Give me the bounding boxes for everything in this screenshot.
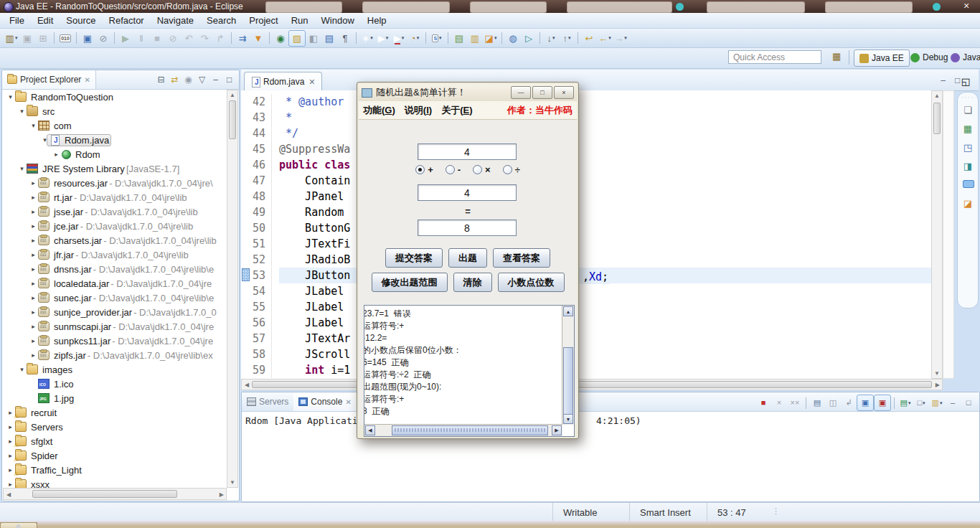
radio-minus[interactable]: -: [446, 164, 461, 175]
open-console-button[interactable]: ▣: [80, 31, 95, 46]
disconnect-button[interactable]: ⊘: [165, 31, 181, 46]
binary-literals-button[interactable]: 010: [57, 31, 73, 46]
line-number[interactable]: 56: [241, 316, 271, 329]
tree-expander-icon[interactable]: ▸: [29, 208, 38, 215]
tree-item-src[interactable]: ▾ src: [3, 104, 227, 118]
clear-button[interactable]: 清除: [453, 273, 492, 292]
back-button[interactable]: ← ▾: [597, 31, 613, 46]
scrollbar-thumb[interactable]: [32, 490, 177, 498]
previous-annotation-button[interactable]: ↑ ▾: [559, 31, 575, 46]
tree-expander-icon[interactable]: ▸: [29, 294, 38, 301]
tree-item-charsets-jar[interactable]: ▸ charsets.jar - D:\Java\jdk1.7.0_04\jre…: [3, 233, 227, 248]
scrollbar-thumb[interactable]: [392, 425, 548, 435]
line-number[interactable]: 44: [241, 127, 271, 140]
web-service-button[interactable]: S ▾: [429, 31, 445, 46]
radio-plus[interactable]: +: [415, 164, 433, 175]
tree-expander-icon[interactable]: ▸: [6, 423, 15, 430]
breakpoints-button[interactable]: ▼: [250, 31, 266, 46]
display-console-icon[interactable]: □ ▾: [913, 395, 929, 410]
menu-item-project[interactable]: Project: [242, 14, 284, 27]
run-button[interactable]: ▶ ▾: [375, 31, 391, 46]
editor-vertical-scrollbar[interactable]: ▲ ▼: [931, 90, 943, 379]
line-number[interactable]: 50: [241, 222, 271, 235]
operand1-field[interactable]: [418, 143, 517, 160]
external-tools-button[interactable]: ◔ ▾: [407, 31, 423, 46]
change-range-button[interactable]: 修改出题范围: [372, 273, 448, 292]
radio-divide[interactable]: ÷: [503, 164, 520, 175]
tree-item-servers[interactable]: ▸ Servers: [3, 420, 227, 434]
tree-item-images[interactable]: ▾ images: [3, 362, 227, 377]
menu-item-window[interactable]: Window: [315, 14, 361, 27]
menu-item-search[interactable]: Search: [200, 14, 242, 27]
tree-item-randomtoquestion[interactable]: ▾ RandomToQuestion: [3, 90, 227, 104]
tree-item-resources-jar[interactable]: ▸ resources.jar - D:\Java\jdk1.7.0_04\jr…: [3, 176, 227, 190]
line-number[interactable]: 59: [241, 364, 271, 377]
tree-expander-icon[interactable]: ▸: [29, 308, 38, 316]
taskbar-button[interactable]: [0, 522, 37, 528]
close-icon[interactable]: ✕: [84, 76, 90, 84]
perspective-java[interactable]: Java: [946, 50, 980, 65]
skip-breakpoints-button[interactable]: ⇉: [235, 31, 250, 46]
dialog-close-button[interactable]: ×: [554, 86, 574, 99]
tree-item-xsxx[interactable]: ▸ xsxx: [3, 477, 227, 488]
maximize-icon[interactable]: □: [222, 73, 236, 86]
terminate-button[interactable]: ■: [149, 31, 165, 46]
line-number[interactable]: 48: [241, 190, 271, 203]
tree-item-sunjce-provider-jar[interactable]: ▸ sunjce_provider.jar - D:\Java\jdk1.7.0…: [3, 305, 227, 319]
open-resource-button[interactable]: ▤: [451, 31, 467, 46]
tree-item-jce-jar[interactable]: ▸ jce.jar - D:\Java\jdk1.7.0_04\jre\lib: [3, 219, 227, 233]
tree-item-zipfs-jar[interactable]: ▸ zipfs.jar - D:\Java\jdk1.7.0_04\jre\li…: [3, 348, 227, 362]
save-all-button[interactable]: ⊞: [35, 31, 51, 46]
tree-vertical-scrollbar[interactable]: ▲ ▼: [227, 90, 238, 488]
step-into-button[interactable]: ↶: [181, 31, 197, 46]
line-number[interactable]: 46: [241, 159, 271, 171]
minimize-console-icon[interactable]: –: [945, 395, 961, 410]
word-wrap-icon[interactable]: ↲: [841, 395, 857, 410]
tree-expander-icon[interactable]: ▸: [29, 323, 38, 330]
step-over-button[interactable]: ↷: [197, 31, 212, 46]
line-number[interactable]: 58: [241, 348, 271, 361]
tree-expander-icon[interactable]: ▾: [17, 366, 27, 373]
tree-expander-icon[interactable]: ▸: [29, 352, 38, 359]
highlighter-button[interactable]: ▨: [288, 30, 306, 47]
scroll-up-icon[interactable]: ▲: [563, 306, 573, 316]
minimize-icon[interactable]: –: [209, 73, 222, 86]
tree-item-sfglxt[interactable]: ▸ sfglxt: [3, 434, 227, 448]
tree-item-jre-system-library[interactable]: ▾ JRE System Library [JavaSE-1.7]: [3, 161, 227, 176]
remove-launch-icon[interactable]: ×: [771, 395, 787, 410]
perspective-java-ee[interactable]: Java EE: [854, 50, 910, 67]
fastview-restore-icon[interactable]: ◱: [956, 73, 976, 89]
submit-answer-button[interactable]: 提交答案: [385, 248, 443, 268]
scrollbar-thumb[interactable]: [563, 347, 573, 415]
web-browser-button[interactable]: ◍: [505, 31, 521, 46]
tree-item-rt-jar[interactable]: ▸ rt.jar - D:\Java\jdk1.7.0_04\jre\lib: [3, 190, 227, 204]
scroll-left-icon[interactable]: ◀: [365, 425, 375, 435]
maximize-console-icon[interactable]: □: [961, 395, 976, 410]
decimal-places-button[interactable]: 小数点位数: [498, 273, 565, 292]
editor-horizontal-scrollbar[interactable]: ◀ ▶: [241, 379, 943, 390]
tree-expander-icon[interactable]: ▸: [29, 237, 38, 244]
scroll-lock-icon[interactable]: ◫: [825, 395, 841, 410]
dialog-titlebar[interactable]: 随机出题&简单计算！ — □ ×: [359, 84, 577, 101]
tree-expander-icon[interactable]: ▾: [17, 108, 27, 115]
tree-expander-icon[interactable]: ▾: [17, 165, 27, 172]
tree-item-rdom-class[interactable]: ▸ Rdom: [3, 147, 227, 161]
tree-expander-icon[interactable]: ▸: [29, 265, 38, 273]
line-number[interactable]: 51: [241, 237, 271, 250]
tree-horizontal-scrollbar[interactable]: ◀ ▶: [3, 488, 227, 500]
coverage-button[interactable]: ▶ ▾: [391, 31, 407, 46]
line-number[interactable]: 42: [241, 95, 271, 108]
tree-item-sunpkcs11-jar[interactable]: ▸ sunpkcs11.jar - D:\Java\jdk1.7.0_04\jr…: [3, 334, 227, 348]
fastview-filter-icon[interactable]: ◨: [958, 156, 978, 175]
tree-item-traffic-light[interactable]: ▸ Traffic_Light: [3, 463, 227, 477]
line-number[interactable]: 52: [241, 253, 271, 266]
scrollbar-thumb[interactable]: [252, 381, 932, 388]
dialog-menu-instructions[interactable]: 说明(I): [405, 104, 432, 117]
menu-item-source[interactable]: Source: [60, 14, 102, 27]
tree-item-recruit[interactable]: ▸ recruit: [3, 405, 227, 420]
menu-item-run[interactable]: Run: [285, 14, 315, 27]
view-answer-button[interactable]: 查看答案: [493, 248, 550, 268]
tree-expander-icon[interactable]: ▸: [52, 151, 61, 158]
dialog-menu-about[interactable]: 关于(E): [441, 104, 472, 117]
tree-expander-icon[interactable]: ▸: [29, 222, 38, 230]
